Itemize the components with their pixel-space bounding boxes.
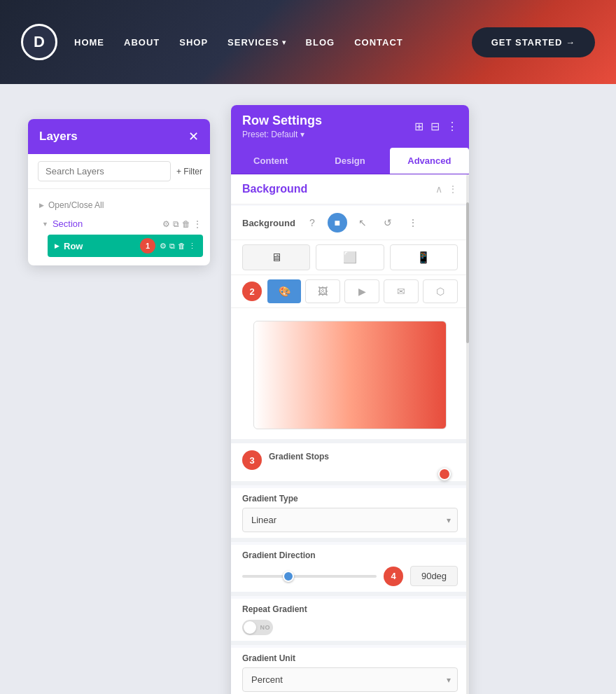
row-settings-panel: Row Settings Preset: Default ▾ ⊞ ⊟ ⋮ Con…	[231, 105, 469, 694]
row-settings-header-icons: ⊞ ⊟ ⋮	[414, 120, 458, 133]
split-icon[interactable]: ⊟	[430, 120, 440, 133]
gradient-direction-value[interactable]: 90deg	[410, 566, 458, 586]
header-left: D HOME ABOUT SHOP SERVICES ▾ BLOG CONTAC…	[21, 24, 403, 60]
type-mask-btn[interactable]: ⬡	[423, 279, 458, 303]
section-more-icon[interactable]: ⋮	[448, 183, 458, 195]
nav-blog[interactable]: BLOG	[306, 37, 335, 48]
background-section-icons: ∧ ⋮	[435, 183, 458, 195]
arrow-icon: ▼	[42, 221, 48, 228]
device-mobile-btn[interactable]: 📱	[390, 244, 458, 270]
layer-section-icons: ⚙ ⧉ 🗑 ⋮	[162, 219, 202, 229]
trash-icon[interactable]: 🗑	[182, 219, 190, 229]
device-tablet-btn[interactable]: ⬜	[316, 244, 384, 270]
gradient-direction-label: Gradient Direction	[242, 550, 458, 560]
device-desktop-btn[interactable]: 🖥	[242, 244, 310, 270]
background-section-title: Background	[242, 183, 307, 195]
step-3-badge: 3	[242, 450, 262, 470]
more-icon[interactable]: ⋮	[193, 219, 202, 229]
layers-filter-button[interactable]: + Filter	[176, 167, 202, 176]
separator-5	[231, 641, 469, 645]
settings-tabs: Content Design Advanced	[231, 148, 469, 174]
bg-help-icon[interactable]: ?	[302, 213, 322, 233]
more-options-icon[interactable]: ⋮	[447, 120, 458, 133]
repeat-gradient-toggle[interactable]: NO	[242, 620, 458, 635]
type-image-btn[interactable]: 🖼	[305, 279, 340, 303]
bg-more-icon[interactable]: ⋮	[403, 213, 423, 233]
bg-reset-icon[interactable]: ↺	[378, 213, 398, 233]
layers-title: Layers	[39, 130, 78, 144]
layers-search-input[interactable]	[38, 161, 171, 181]
row-trash-icon[interactable]: 🗑	[178, 242, 186, 251]
nav-services[interactable]: SERVICES ▾	[227, 37, 286, 48]
background-label-row: Background ? ■ ↖ ↺ ⋮	[231, 206, 469, 240]
gradient-preview	[253, 321, 447, 429]
bg-cursor-icon[interactable]: ↖	[353, 213, 372, 233]
background-type-controls: ? ■ ↖ ↺ ⋮	[302, 213, 423, 233]
nav-shop[interactable]: SHOP	[179, 37, 208, 48]
layers-search-bar: + Filter	[28, 154, 210, 189]
nav-about[interactable]: ABOUT	[124, 37, 160, 48]
tab-advanced[interactable]: Advanced	[390, 148, 469, 174]
gradient-stops-row: 3 Gradient Stops	[242, 450, 458, 470]
type-pattern-btn[interactable]: ✉	[384, 279, 419, 303]
gradient-stop-thumb[interactable]	[438, 468, 451, 480]
chevron-down-icon: ▾	[282, 39, 286, 46]
gradient-type-section: Gradient Type Linear Radial Conic ▾	[231, 488, 469, 538]
type-video-btn[interactable]: ▶	[344, 279, 379, 303]
row-duplicate-icon[interactable]: ⧉	[169, 242, 175, 251]
collapse-icon[interactable]: ∧	[435, 183, 442, 195]
type-gradient-btn[interactable]: 🎨	[267, 279, 301, 303]
background-label: Background	[242, 218, 295, 228]
gradient-unit-select[interactable]: Percent Pixel	[242, 667, 458, 692]
tab-design[interactable]: Design	[310, 148, 389, 174]
panel-body: Background ∧ ⋮ Background ? ■ ↖ ↺ ⋮	[231, 174, 469, 694]
step-1-badge: 1	[140, 238, 155, 254]
gradient-unit-select-wrap: Percent Pixel ▾	[242, 667, 458, 692]
nav-contact[interactable]: CONTACT	[354, 37, 403, 48]
layer-item-row[interactable]: ▶ Row 1 ⚙ ⧉ 🗑 ⋮	[48, 235, 203, 257]
duplicate-icon[interactable]: ⧉	[173, 219, 179, 229]
main-content: Layers ✕ + Filter Open/Close All ▼ Secti…	[0, 84, 616, 694]
separator-3	[231, 538, 469, 542]
nav-home[interactable]: HOME	[74, 37, 104, 48]
row-settings-header: Row Settings Preset: Default ▾ ⊞ ⊟ ⋮	[231, 105, 469, 148]
toggle-track[interactable]: NO	[242, 620, 273, 635]
row-gear-icon[interactable]: ⚙	[160, 242, 167, 251]
gradient-type-select[interactable]: Linear Radial Conic	[242, 508, 458, 532]
row-settings-title-area: Row Settings Preset: Default ▾	[242, 113, 322, 139]
gradient-type-select-wrap: Linear Radial Conic ▾	[242, 508, 458, 532]
row-action-icons: ⚙ ⧉ 🗑 ⋮	[160, 242, 196, 251]
layer-item-section[interactable]: ▼ Section ⚙ ⧉ 🗑 ⋮	[28, 214, 210, 233]
repeat-gradient-section: Repeat Gradient NO	[231, 599, 469, 641]
gradient-unit-label: Gradient Unit	[242, 653, 458, 663]
separator-4	[231, 592, 469, 596]
step-2-badge: 2	[242, 282, 262, 301]
bg-gradient-icon[interactable]: ■	[328, 213, 347, 233]
get-started-button[interactable]: GET STARTED →	[472, 27, 595, 57]
scrollbar-thumb[interactable]	[466, 202, 469, 343]
separator-2	[231, 481, 469, 485]
row-arrow-icon: ▶	[55, 242, 59, 249]
gradient-stops-label: Gradient Stops	[269, 452, 329, 461]
row-more-icon[interactable]: ⋮	[188, 242, 196, 251]
bg-type-buttons: 🎨 🖼 ▶ ✉ ⬡	[267, 279, 458, 303]
gradient-direction-section: Gradient Direction 4 90deg	[231, 545, 469, 592]
fullscreen-icon[interactable]: ⊞	[414, 120, 424, 133]
gear-icon[interactable]: ⚙	[162, 219, 170, 229]
gradient-stops-section: 3 Gradient Stops	[231, 443, 469, 481]
gradient-direction-row: 4 90deg	[242, 566, 458, 586]
layers-open-close-all[interactable]: Open/Close All	[28, 196, 210, 214]
gradient-direction-track[interactable]	[242, 575, 377, 578]
layers-body: Open/Close All ▼ Section ⚙ ⧉ 🗑 ⋮ ▶ Row 1	[28, 189, 210, 265]
logo[interactable]: D	[21, 24, 57, 60]
gradient-direction-thumb[interactable]	[283, 571, 294, 582]
repeat-gradient-label: Repeat Gradient	[242, 604, 458, 614]
scrollbar-track	[466, 174, 469, 694]
tab-content[interactable]: Content	[231, 148, 310, 174]
layers-close-button[interactable]: ✕	[188, 129, 199, 144]
background-section-header: Background ∧ ⋮	[231, 174, 469, 204]
header: D HOME ABOUT SHOP SERVICES ▾ BLOG CONTAC…	[0, 0, 616, 84]
bg-type-row: 2 🎨 🖼 ▶ ✉ ⬡	[231, 275, 469, 308]
layers-panel: Layers ✕ + Filter Open/Close All ▼ Secti…	[28, 119, 210, 265]
row-settings-preset[interactable]: Preset: Default ▾	[242, 130, 322, 139]
